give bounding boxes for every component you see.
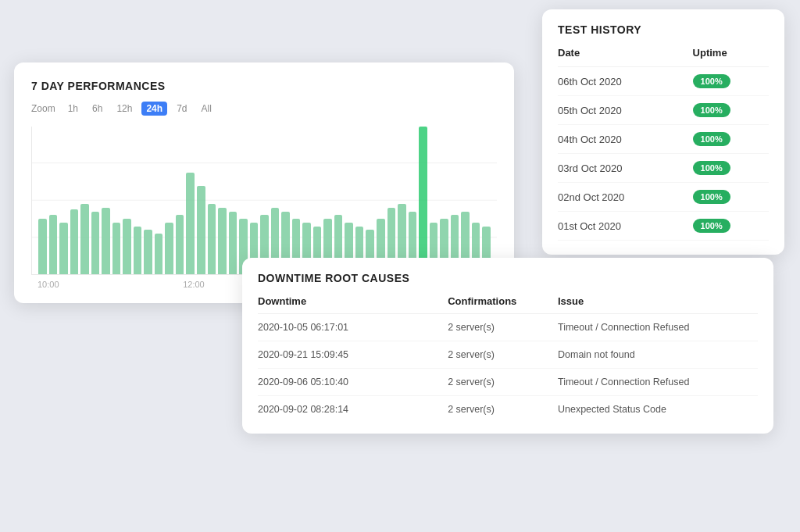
history-uptime-5: 100%	[693, 212, 769, 241]
bar-11	[155, 234, 163, 274]
bar-18	[229, 212, 238, 274]
downtime-issue-0: Timeout / Connection Refused	[558, 314, 758, 341]
downtime-conf-0: 2 server(s)	[448, 314, 558, 341]
history-uptime-0: 100%	[693, 67, 769, 96]
x-label-1: 10:00	[38, 280, 59, 289]
bar-9	[134, 227, 142, 274]
performance-chart	[31, 127, 497, 275]
history-date-0: 06th Oct 2020	[558, 67, 693, 96]
history-date-3: 03rd Oct 2020	[558, 154, 693, 183]
downtime-row: 2020-09-21 15:09:45 2 server(s) Domain n…	[258, 341, 758, 369]
history-uptime-1: 100%	[693, 96, 769, 125]
history-col-date: Date	[558, 47, 693, 67]
zoom-label: Zoom	[31, 103, 55, 114]
downtime-conf-3: 2 server(s)	[448, 396, 558, 423]
uptime-badge-0: 100%	[693, 74, 730, 88]
downtime-issue-3: Unexpected Status Code	[558, 396, 758, 423]
performance-title: 7 DAY PERFORMANCES	[31, 80, 497, 92]
zoom-all[interactable]: All	[196, 102, 216, 116]
bar-7	[112, 223, 121, 274]
history-row: 02nd Oct 2020 100%	[558, 183, 769, 212]
uptime-badge-4: 100%	[693, 190, 730, 204]
history-date-5: 01st Oct 2020	[558, 212, 693, 241]
uptime-badge-2: 100%	[693, 132, 730, 146]
downtime-table: Downtime Confirmations Issue 2020-10-05 …	[258, 295, 758, 423]
history-col-uptime: Uptime	[693, 47, 769, 67]
test-history-card: TEST HISTORY Date Uptime 06th Oct 2020 1…	[542, 9, 784, 255]
downtime-conf-2: 2 server(s)	[448, 369, 558, 396]
downtime-table-body: 2020-10-05 06:17:01 2 server(s) Timeout …	[258, 314, 758, 423]
downtime-issue-1: Domain not found	[558, 341, 758, 369]
bar-3	[70, 209, 79, 274]
history-date-2: 04th Oct 2020	[558, 125, 693, 154]
uptime-badge-3: 100%	[693, 161, 730, 175]
x-label-2: 12:00	[183, 280, 205, 289]
downtime-dt-0: 2020-10-05 06:17:01	[258, 314, 448, 341]
downtime-dt-2: 2020-09-06 05:10:40	[258, 369, 448, 396]
bar-5	[91, 212, 100, 274]
downtime-card: DOWNTIME ROOT CAUSES Downtime Confirmati…	[242, 258, 773, 434]
history-table: Date Uptime 06th Oct 2020 100% 05th Oct …	[558, 47, 769, 241]
bar-chart	[32, 127, 497, 274]
zoom-6h[interactable]: 6h	[88, 102, 107, 116]
downtime-col-dt: Downtime	[258, 295, 448, 314]
zoom-7d[interactable]: 7d	[172, 102, 191, 116]
history-uptime-4: 100%	[693, 183, 769, 212]
bar-10	[144, 230, 152, 274]
zoom-12h[interactable]: 12h	[112, 102, 137, 116]
downtime-row: 2020-09-02 08:28:14 2 server(s) Unexpect…	[258, 396, 758, 423]
bar-13	[176, 215, 184, 274]
downtime-conf-1: 2 server(s)	[448, 341, 558, 369]
uptime-badge-5: 100%	[693, 219, 730, 233]
downtime-row: 2020-10-05 06:17:01 2 server(s) Timeout …	[258, 314, 758, 341]
bar-0	[38, 219, 47, 274]
downtime-row: 2020-09-06 05:10:40 2 server(s) Timeout …	[258, 369, 758, 396]
history-row: 06th Oct 2020 100%	[558, 67, 769, 96]
bar-12	[165, 223, 173, 274]
downtime-col-conf: Confirmations	[448, 295, 558, 314]
bar-15	[197, 186, 205, 274]
bar-8	[123, 219, 131, 274]
history-row: 01st Oct 2020 100%	[558, 212, 769, 241]
bar-16	[208, 204, 216, 274]
zoom-controls: Zoom 1h 6h 12h 24h 7d All	[31, 102, 497, 116]
bar-14	[186, 173, 195, 274]
history-uptime-2: 100%	[693, 125, 769, 154]
downtime-title: DOWNTIME ROOT CAUSES	[258, 272, 758, 284]
bar-6	[102, 208, 110, 274]
downtime-col-issue: Issue	[558, 295, 758, 314]
bar-36	[419, 127, 427, 274]
bar-4	[80, 204, 89, 274]
zoom-24h[interactable]: 24h	[141, 102, 167, 116]
history-uptime-3: 100%	[693, 154, 769, 183]
bar-1	[49, 215, 58, 274]
history-date-1: 05th Oct 2020	[558, 96, 693, 125]
history-table-body: 06th Oct 2020 100% 05th Oct 2020 100% 04…	[558, 67, 769, 241]
downtime-issue-2: Timeout / Connection Refused	[558, 369, 758, 396]
uptime-badge-1: 100%	[693, 103, 730, 117]
downtime-dt-1: 2020-09-21 15:09:45	[258, 341, 448, 369]
bar-2	[59, 223, 68, 274]
zoom-1h[interactable]: 1h	[63, 102, 83, 116]
history-row: 03rd Oct 2020 100%	[558, 154, 769, 183]
bar-17	[218, 208, 227, 274]
history-title: TEST HISTORY	[558, 23, 769, 36]
history-date-4: 02nd Oct 2020	[558, 183, 693, 212]
downtime-dt-3: 2020-09-02 08:28:14	[258, 396, 448, 423]
history-row: 04th Oct 2020 100%	[558, 125, 769, 154]
history-row: 05th Oct 2020 100%	[558, 96, 769, 125]
